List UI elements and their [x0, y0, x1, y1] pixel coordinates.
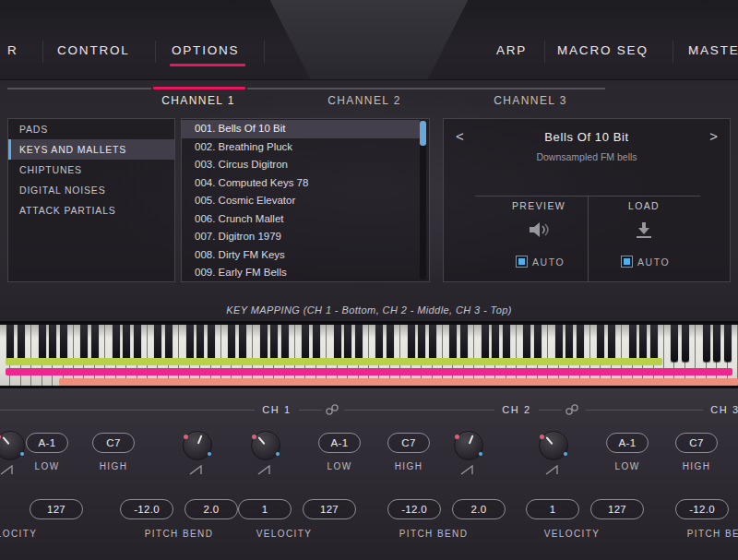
piano-key-black[interactable] — [186, 325, 194, 362]
download-icon[interactable] — [634, 220, 654, 243]
piano-key-black[interactable] — [671, 325, 678, 362]
piano-key-black[interactable] — [313, 325, 320, 362]
category-item[interactable]: DIGITAL NOISES — [8, 180, 174, 200]
piano-key-black[interactable] — [39, 325, 46, 362]
speaker-icon[interactable] — [528, 220, 550, 243]
velocity-curve-knob[interactable] — [0, 431, 25, 460]
piano-key-black[interactable] — [703, 325, 710, 362]
piano-keyboard[interactable] — [0, 325, 738, 386]
piano-key-black[interactable] — [608, 325, 615, 362]
key-range-bar-ch3[interactable] — [6, 358, 662, 365]
piano-key-black[interactable] — [577, 325, 584, 362]
piano-key-black[interactable] — [387, 325, 394, 362]
velocity-curve-knob[interactable] — [251, 431, 280, 460]
key-range-high-pill[interactable]: C7 — [675, 433, 718, 453]
piano-key-black[interactable] — [196, 325, 204, 362]
piano-key-black[interactable] — [334, 325, 341, 362]
key-range-low-pill[interactable]: A-1 — [26, 433, 68, 453]
tab-channel-3[interactable]: CHANNEL 3 — [475, 94, 586, 107]
key-range-low-pill[interactable]: A-1 — [318, 433, 361, 453]
velocity-min-pill[interactable]: 1 — [526, 499, 579, 519]
key-range-high-pill[interactable]: C7 — [387, 433, 430, 453]
nav-tab-partial-left[interactable]: R — [7, 43, 18, 57]
pitchbend-down-pill[interactable]: -12.0 — [120, 499, 173, 519]
piano-key-black[interactable] — [60, 325, 67, 362]
piano-key-black[interactable] — [429, 325, 436, 362]
load-auto-checkbox[interactable] — [621, 256, 633, 268]
category-item[interactable]: KEYS AND MALLETS — [8, 139, 174, 160]
nav-tab-macro-seq[interactable]: MACRO SEQ — [557, 43, 649, 57]
pitchbend-up-pill[interactable]: 2.0 — [452, 499, 506, 519]
piano-key-black[interactable] — [260, 325, 268, 362]
preset-item[interactable]: 003. Circus Digitron — [182, 156, 420, 174]
preset-item[interactable]: 008. Dirty FM Keys — [182, 246, 420, 265]
piano-key-black[interactable] — [597, 325, 604, 362]
nav-tab-control[interactable]: CONTROL — [57, 43, 130, 57]
piano-key-black[interactable] — [208, 325, 215, 362]
piano-key-black[interactable] — [503, 325, 510, 362]
piano-key-black[interactable] — [18, 325, 25, 362]
tab-channel-2[interactable]: CHANNEL 2 — [309, 94, 420, 107]
key-range-bar-ch1[interactable] — [59, 378, 738, 386]
next-preset-button[interactable]: > — [709, 128, 718, 144]
pitchbend-down-pill[interactable]: -12.0 — [675, 499, 729, 519]
piano-key-black[interactable] — [375, 325, 383, 362]
piano-key-black[interactable] — [713, 325, 720, 362]
piano-key-black[interactable] — [6, 325, 14, 362]
preview-auto-checkbox[interactable] — [516, 256, 528, 268]
piano-key-black[interactable] — [239, 325, 246, 362]
piano-key-black[interactable] — [113, 325, 120, 362]
preset-item[interactable]: 009. Early FM Bells — [182, 264, 420, 282]
piano-key-black[interactable] — [281, 325, 289, 362]
piano-key-black[interactable] — [639, 325, 647, 362]
key-range-bar-ch2[interactable] — [6, 368, 732, 375]
piano-key-black[interactable] — [724, 325, 732, 362]
piano-key-black[interactable] — [165, 325, 173, 362]
velocity-max-pill[interactable]: 127 — [30, 499, 83, 519]
pitchbend-up-pill[interactable]: 2.0 — [184, 499, 238, 519]
key-range-high-pill[interactable]: C7 — [92, 433, 135, 453]
piano-key-black[interactable] — [134, 325, 141, 362]
piano-key-black[interactable] — [555, 325, 563, 362]
nav-tab-options[interactable]: OPTIONS — [172, 43, 239, 57]
piano-key-black[interactable] — [270, 325, 278, 362]
piano-key-black[interactable] — [682, 325, 689, 362]
piano-key-black[interactable] — [460, 325, 468, 362]
preset-item[interactable]: 007. Digitron 1979 — [182, 228, 420, 246]
nav-tab-partial-right[interactable]: MASTE — [688, 43, 738, 57]
piano-key-black[interactable] — [492, 325, 499, 362]
piano-key-black[interactable] — [228, 325, 235, 362]
key-range-low-pill[interactable]: A-1 — [606, 433, 649, 453]
preset-item[interactable]: 005. Cosmic Elevator — [182, 192, 420, 210]
tab-channel-1[interactable]: CHANNEL 1 — [143, 94, 254, 107]
piano-key-black[interactable] — [355, 325, 363, 362]
pitchbend-curve-knob[interactable] — [454, 431, 483, 460]
velocity-max-pill[interactable]: 127 — [303, 499, 356, 519]
piano-key-black[interactable] — [49, 325, 56, 362]
piano-key-black[interactable] — [650, 325, 658, 362]
category-item[interactable]: PADS — [8, 119, 174, 139]
velocity-min-pill[interactable]: 1 — [238, 499, 292, 519]
preset-scrollbar-thumb[interactable] — [420, 121, 426, 146]
piano-key-black[interactable] — [449, 325, 457, 362]
piano-key-black[interactable] — [534, 325, 542, 362]
piano-key-black[interactable] — [123, 325, 130, 362]
piano-key-black[interactable] — [80, 325, 88, 362]
preset-item[interactable]: 004. Computed Keys 78 — [182, 174, 420, 193]
piano-key-black[interactable] — [523, 325, 530, 362]
piano-key-black[interactable] — [154, 325, 161, 362]
category-item[interactable]: ATTACK PARTIALS — [8, 200, 174, 220]
nav-tab-arp[interactable]: ARP — [496, 43, 527, 57]
preset-item[interactable]: 006. Crunch Mallet — [182, 210, 420, 229]
preset-item[interactable]: 001. Bells Of 10 Bit — [182, 120, 420, 138]
piano-key-black[interactable] — [482, 325, 489, 362]
piano-key-black[interactable] — [302, 325, 309, 362]
category-item[interactable]: CHIPTUNES — [8, 160, 174, 180]
pitchbend-curve-knob[interactable] — [183, 431, 212, 460]
piano-key-black[interactable] — [344, 325, 351, 362]
preset-item[interactable]: 002. Breathing Pluck — [182, 138, 420, 157]
piano-key-black[interactable] — [91, 325, 99, 362]
velocity-curve-knob[interactable] — [539, 431, 568, 460]
piano-key-black[interactable] — [408, 325, 415, 362]
velocity-max-pill[interactable]: 127 — [590, 499, 644, 519]
